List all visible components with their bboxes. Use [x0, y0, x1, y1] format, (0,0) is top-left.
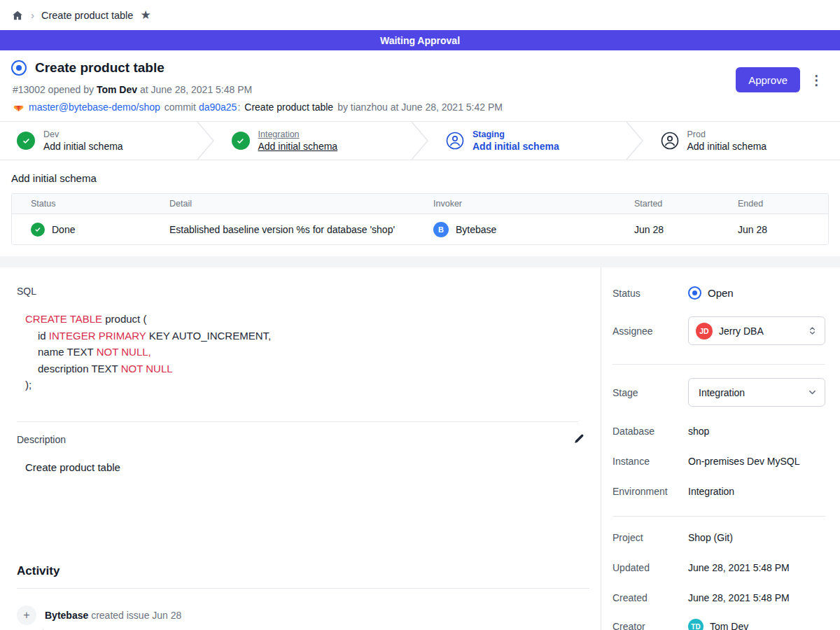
col-header-ended: Ended	[727, 199, 828, 209]
col-header-status: Status	[12, 199, 158, 209]
stage-env-label: Dev	[43, 130, 123, 139]
approve-button[interactable]: Approve	[736, 67, 800, 92]
bytebase-issue-page: › Create product table ★ Waiting Approva…	[0, 0, 840, 630]
issue-title: Create product table	[35, 60, 164, 76]
issue-meta-suffix: at June 28, 2021 5:48 PM	[140, 84, 252, 95]
git-branch-link[interactable]: master@bytebase-demo/shop	[29, 102, 160, 113]
environment-label: Environment	[611, 486, 688, 497]
task-table: Status Detail Invoker Started Ended Done…	[11, 193, 829, 245]
git-commit-line: master@bytebase-demo/shop commit da90a25…	[13, 102, 823, 113]
stage-select[interactable]: Integration	[688, 378, 825, 407]
issue-sidebar: Status Open Assignee JD Jerry DBA Stage	[601, 267, 840, 630]
more-actions-icon[interactable]: ⋮	[810, 74, 823, 87]
breadcrumb: › Create product table ★	[0, 0, 840, 30]
database-value[interactable]: shop	[688, 426, 709, 437]
task-section: Add initial schema Status Detail Invoker…	[0, 160, 840, 256]
project-value[interactable]: Shop (Git)	[688, 532, 733, 543]
assignee-select[interactable]: JD Jerry DBA	[688, 316, 825, 345]
activity-author: Bytebase	[45, 610, 88, 621]
git-commit-word: commit	[164, 102, 196, 113]
stage-env-label: Integration	[258, 130, 338, 139]
environment-value[interactable]: Integration	[688, 486, 734, 497]
task-invoker-cell: B Bytebase	[422, 222, 623, 237]
updated-value: June 28, 2021 5:48 PM	[688, 562, 790, 573]
divider	[612, 516, 825, 517]
stage-pending-icon	[661, 132, 679, 150]
git-commit-suffix: by tianzhou at June 28, 2021 5:42 PM	[337, 102, 503, 113]
creator-label: Creator	[611, 621, 688, 630]
up-down-chevron-icon	[807, 326, 818, 336]
status-open-icon	[688, 286, 701, 300]
stage-env-label: Prod	[687, 130, 767, 139]
created-value: June 28, 2021 5:48 PM	[688, 592, 790, 603]
issue-author[interactable]: Tom Dev	[97, 84, 137, 95]
sql-line: );	[17, 377, 589, 393]
activity-action: created issue Jun 28	[91, 610, 181, 621]
instance-label: Instance	[611, 456, 688, 467]
creator-avatar: TD	[688, 619, 704, 630]
stage-label: Stage	[611, 387, 688, 398]
issue-header: Create product table #13002 opened by To…	[0, 50, 840, 121]
assignee-value: Jerry DBA	[719, 326, 801, 337]
chevron-down-icon	[807, 387, 818, 398]
edit-description-icon[interactable]	[573, 433, 585, 446]
divider	[17, 421, 578, 422]
pipeline-stage-prod[interactable]: Prod Add initial schema	[644, 122, 840, 160]
approval-banner-text: Waiting Approval	[380, 35, 460, 46]
description-content: Create product table	[25, 461, 589, 473]
task-status-text: Done	[52, 224, 75, 235]
status-value: Open	[708, 287, 734, 299]
creator-value[interactable]: Tom Dev	[710, 621, 748, 630]
divider	[17, 588, 589, 589]
git-commit-hash-link[interactable]: da90a25	[199, 102, 237, 113]
assignee-label: Assignee	[611, 326, 688, 337]
stage-separator	[411, 122, 429, 160]
bytebase-avatar: B	[433, 222, 449, 237]
assignee-avatar: JD	[696, 323, 713, 340]
task-invoker-text: Bytebase	[456, 224, 496, 235]
activity-item: + Bytebase created issue Jun 28	[17, 606, 589, 625]
pipeline-stages: Dev Add initial schema Integration Add i…	[0, 121, 840, 160]
task-status-cell: Done	[12, 223, 158, 237]
sql-line: CREATE TABLE product (	[17, 311, 589, 328]
home-icon[interactable]	[11, 9, 24, 22]
stage-separator	[626, 122, 644, 160]
issue-meta: #13002 opened by Tom Dev at June 28, 202…	[13, 84, 823, 95]
project-label: Project	[611, 532, 688, 543]
issue-open-icon	[11, 60, 27, 76]
task-section-title: Add initial schema	[11, 172, 829, 184]
sql-line: description TEXT NOT NULL	[17, 360, 589, 377]
gitlab-icon	[13, 102, 24, 113]
approval-banner: Waiting Approval	[0, 30, 840, 50]
activity-title: Activity	[17, 564, 589, 578]
git-commit-message: Create product table	[244, 102, 333, 113]
stage-task-label: Add initial schema	[472, 141, 559, 152]
stage-done-icon	[17, 132, 35, 150]
updated-label: Updated	[611, 562, 688, 573]
task-started-cell: Jun 28	[623, 224, 727, 235]
pipeline-stage-integration[interactable]: Integration Add initial schema	[215, 122, 412, 160]
pipeline-stage-dev[interactable]: Dev Add initial schema	[0, 122, 197, 160]
database-label: Database	[611, 426, 688, 437]
col-header-invoker: Invoker	[422, 199, 623, 209]
star-icon[interactable]: ★	[140, 9, 150, 21]
breadcrumb-chevron-icon: ›	[31, 10, 34, 20]
pipeline-stage-staging[interactable]: Staging Add initial schema	[429, 122, 626, 160]
sql-label: SQL	[17, 286, 589, 297]
instance-value[interactable]: On-premises Dev MySQL	[688, 456, 799, 467]
breadcrumb-title[interactable]: Create product table	[41, 10, 133, 21]
stage-task-label: Add initial schema	[687, 141, 767, 152]
created-label: Created	[611, 592, 688, 603]
divider	[612, 364, 825, 365]
status-label: Status	[611, 288, 688, 299]
plus-icon: +	[17, 606, 36, 625]
stage-task-label: Add initial schema	[258, 141, 338, 152]
stage-task-label: Add initial schema	[43, 141, 123, 152]
stage-pending-approval-icon	[446, 132, 464, 150]
issue-meta-prefix: #13002 opened by	[13, 84, 94, 95]
stage-value: Integration	[696, 387, 801, 398]
description-label: Description	[17, 434, 66, 445]
table-row[interactable]: Done Established baseline version %s for…	[12, 214, 828, 244]
stage-separator	[197, 122, 215, 160]
stage-env-label: Staging	[472, 130, 559, 139]
